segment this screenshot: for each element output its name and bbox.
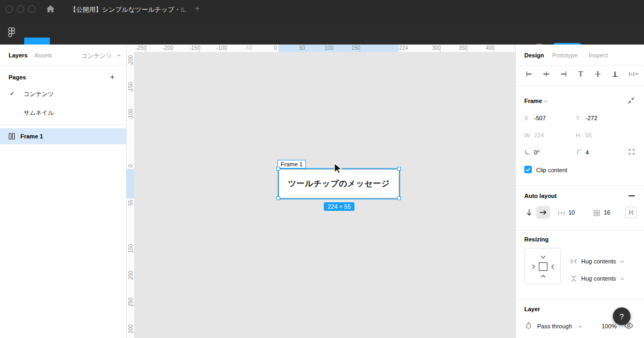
ruler-label-selection-end: 224 xyxy=(399,45,408,51)
current-page-check-icon: ✓ xyxy=(10,90,14,97)
corner-radius-input[interactable]: 4 xyxy=(586,149,589,156)
clip-content-label[interactable]: Clip content xyxy=(536,167,567,173)
independent-corners-icon[interactable] xyxy=(628,148,635,156)
corner-radius-icon xyxy=(576,149,583,156)
ruler-selection-highlight xyxy=(279,45,399,52)
ruler-label: -150 xyxy=(128,82,134,93)
toolbar: T Share 100% xyxy=(0,19,644,45)
clip-content-checkbox[interactable] xyxy=(524,166,532,173)
page-name[interactable]: サムネイル xyxy=(24,109,54,117)
tab-design[interactable]: Design xyxy=(524,52,544,58)
ruler-label-selection-end: 55 xyxy=(128,200,134,205)
ruler-label: -50 xyxy=(245,45,252,51)
hug-vertical-icon xyxy=(569,274,578,283)
horizontal-ruler: -250 -200 -150 -100 -50 0 50 100 150 224… xyxy=(127,45,515,52)
selection-handle-top-right[interactable] xyxy=(397,167,401,171)
blend-mode-select[interactable]: Pass through xyxy=(537,323,572,329)
new-tab-icon[interactable]: + xyxy=(195,4,200,13)
align-left-icon[interactable] xyxy=(525,70,533,78)
canvas-frame-name-label[interactable]: Frame 1 xyxy=(277,160,306,168)
selection-size-badge: 224 × 55 xyxy=(324,202,354,211)
ruler-label: 150 xyxy=(352,45,361,51)
auto-layout-alignment-widget[interactable] xyxy=(625,207,637,218)
window-zoom-button[interactable] xyxy=(28,5,35,13)
titlebar: 【公開用】シンプルなツールチップ・... × + xyxy=(0,0,644,19)
vertical-resizing-select[interactable]: Hug contents xyxy=(581,275,616,282)
x-input[interactable]: -507 xyxy=(534,115,546,121)
ruler-label: 100 xyxy=(325,45,334,51)
padding-icon xyxy=(593,209,601,217)
opacity-input[interactable]: 100% xyxy=(602,323,617,329)
page-selector[interactable]: コンテンツ xyxy=(82,52,112,60)
vertical-ruler: -200 -150 -100 0 55 150 200 250 300 xyxy=(127,52,134,338)
auto-layout-vertical-icon[interactable] xyxy=(526,209,532,216)
item-spacing-icon xyxy=(558,209,565,217)
ruler-label-selection-start: 0 xyxy=(274,45,277,51)
pages-header: Pages xyxy=(9,74,26,80)
page-item-thumbnail[interactable]: サムネイル xyxy=(0,107,127,119)
y-input[interactable]: -272 xyxy=(586,115,597,121)
width-label: W xyxy=(524,132,530,138)
layer-row-frame-1[interactable]: Frame 1 xyxy=(0,128,127,144)
auto-layout-frame-icon xyxy=(8,133,16,140)
x-label: X xyxy=(524,115,528,121)
left-sidebar: Layers Assets コンテンツ Pages + ✓ コンテンツ サムネイ… xyxy=(0,45,127,338)
mouse-cursor-icon xyxy=(333,163,344,174)
tab-prototype[interactable]: Prototype xyxy=(552,52,577,58)
ruler-label: 50 xyxy=(299,45,305,51)
align-horizontal-center-icon[interactable] xyxy=(542,70,551,78)
resizing-widget[interactable] xyxy=(524,248,561,284)
collapse-panel-icon[interactable] xyxy=(627,97,635,104)
height-label: H xyxy=(576,132,580,138)
vertical-resizing-chevron-icon[interactable] xyxy=(620,276,624,280)
ruler-label: 300 xyxy=(432,45,441,51)
remove-auto-layout-icon[interactable] xyxy=(628,195,635,196)
layer-section-header: Layer xyxy=(524,306,540,312)
horizontal-resizing-select[interactable]: Hug contents xyxy=(581,258,616,264)
tab-title[interactable]: 【公開用】シンプルなツールチップ・... xyxy=(70,5,186,14)
ruler-label: -100 xyxy=(128,109,134,120)
align-vertical-center-icon[interactable] xyxy=(594,70,602,78)
window-minimize-button[interactable] xyxy=(17,5,24,13)
ruler-label-selection-start: 0 xyxy=(128,164,134,167)
page-name[interactable]: コンテンツ xyxy=(24,90,54,98)
selection-handle-bottom-right[interactable] xyxy=(397,196,401,200)
blend-mode-icon xyxy=(525,321,532,330)
auto-layout-horizontal-button[interactable] xyxy=(536,206,550,219)
frame-section-header[interactable]: Frame xyxy=(524,98,542,104)
home-icon[interactable] xyxy=(46,4,55,14)
width-input[interactable]: 224 xyxy=(534,132,544,138)
ruler-label: 350 xyxy=(459,45,468,51)
ruler-label: 400 xyxy=(486,45,495,51)
tab-close-icon[interactable]: × xyxy=(180,5,185,13)
selection-handle-bottom-left[interactable] xyxy=(276,196,280,200)
add-page-icon[interactable]: + xyxy=(110,72,115,81)
selection-handle-top-left[interactable] xyxy=(276,167,280,171)
tab-inspect[interactable]: Inspect xyxy=(589,52,608,58)
item-spacing-input[interactable]: 10 xyxy=(568,209,575,216)
align-bottom-icon[interactable] xyxy=(611,70,619,78)
figma-menu-icon[interactable] xyxy=(6,26,16,37)
align-right-icon[interactable] xyxy=(559,70,568,78)
blend-mode-chevron-icon[interactable] xyxy=(579,324,582,328)
horizontal-resizing-chevron-icon[interactable] xyxy=(620,259,624,263)
rotation-icon xyxy=(524,149,531,156)
height-input[interactable]: 55 xyxy=(586,132,592,138)
page-item-contents[interactable]: ✓ コンテンツ xyxy=(0,89,127,100)
hug-horizontal-icon xyxy=(569,258,578,265)
padding-input[interactable]: 16 xyxy=(604,209,610,216)
ruler-selection-highlight xyxy=(127,169,134,199)
figma-app-window: 【公開用】シンプルなツールチップ・... × + xyxy=(0,0,644,338)
window-close-button[interactable] xyxy=(5,5,13,13)
tab-layers[interactable]: Layers xyxy=(9,52,27,58)
rotation-input[interactable]: 0° xyxy=(534,149,540,156)
layer-name[interactable]: Frame 1 xyxy=(20,133,43,139)
tidy-up-icon[interactable] xyxy=(628,70,639,78)
frame-header-chevron-icon[interactable] xyxy=(544,99,547,102)
page-selector-caret-icon[interactable] xyxy=(117,54,121,58)
tab-assets[interactable]: Assets xyxy=(34,52,52,58)
auto-layout-header: Auto layout xyxy=(524,193,557,199)
align-top-icon[interactable] xyxy=(576,70,585,78)
resizing-center-square xyxy=(539,262,547,271)
help-button[interactable]: ? xyxy=(613,307,631,325)
